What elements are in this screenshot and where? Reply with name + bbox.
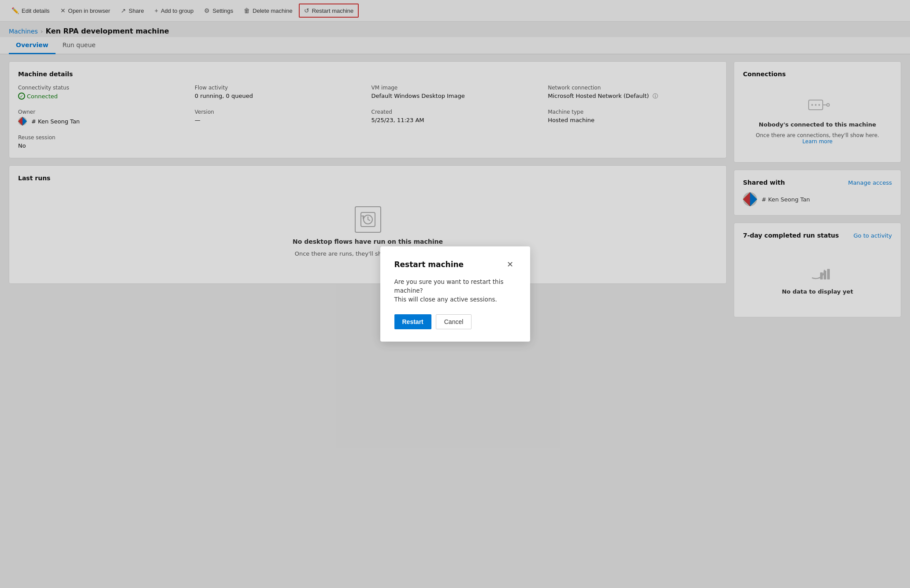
restart-modal: Restart machine ✕ Are you sure you want … — [380, 246, 530, 342]
modal-actions: Restart Cancel — [394, 314, 516, 329]
modal-header: Restart machine ✕ — [394, 259, 516, 270]
modal-body: Are you sure you want to restart this ma… — [394, 277, 516, 304]
restart-confirm-button[interactable]: Restart — [394, 314, 431, 329]
modal-title: Restart machine — [394, 260, 464, 269]
modal-close-button[interactable]: ✕ — [504, 259, 516, 270]
cancel-button[interactable]: Cancel — [436, 314, 472, 329]
modal-overlay[interactable]: Restart machine ✕ Are you sure you want … — [0, 0, 910, 588]
